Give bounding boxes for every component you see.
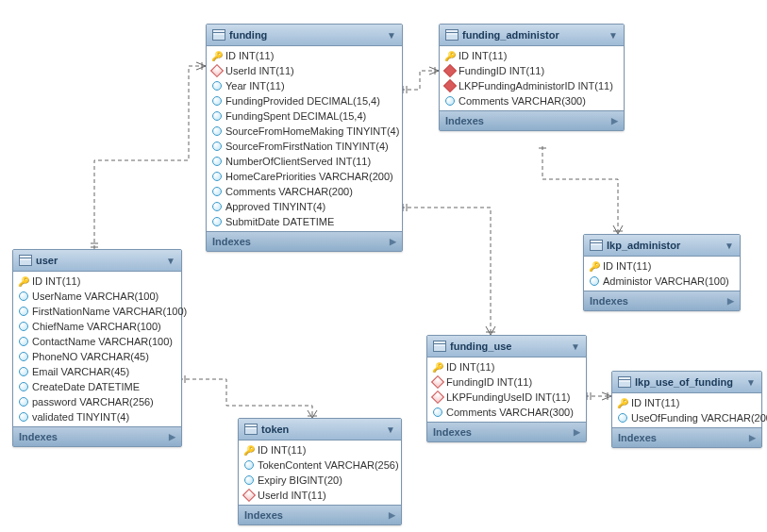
collapse-icon[interactable]: ▼ <box>166 256 175 266</box>
expand-icon: ▶ <box>169 432 175 441</box>
column-row[interactable]: 🔑ID INT(11) <box>612 395 761 410</box>
column-row[interactable]: Approved TINYINT(4) <box>207 199 402 214</box>
pk-icon: 🔑 <box>244 445 254 455</box>
table-title: lkp_use_of_funding <box>635 376 733 388</box>
column-row[interactable]: Email VARCHAR(45) <box>13 364 181 379</box>
column-row[interactable]: 🔑ID INT(11) <box>427 359 586 374</box>
expand-icon: ▶ <box>749 433 756 442</box>
column-text: ID INT(11) <box>459 50 507 61</box>
table-title: token <box>261 424 289 435</box>
table-lkp-administor[interactable]: lkp_administor ▼ 🔑ID INT(11) Administor … <box>583 234 741 311</box>
column-text: PhoneNO VARCHAR(45) <box>32 351 149 362</box>
attr-icon <box>212 111 222 121</box>
indexes-footer[interactable]: Indexes ▶ <box>584 291 740 310</box>
table-lkp-use-of-funding[interactable]: lkp_use_of_funding ▼ 🔑ID INT(11) UseOfFu… <box>611 371 762 448</box>
collapse-icon[interactable]: ▼ <box>725 241 734 251</box>
column-row[interactable]: Comments VARCHAR(300) <box>440 93 624 108</box>
table-header[interactable]: funding_administor ▼ <box>440 25 624 46</box>
column-text: HomeCarePriorities VARCHAR(200) <box>225 171 393 182</box>
column-row[interactable]: FirstNationName VARCHAR(100) <box>13 304 181 319</box>
column-row[interactable]: FundingSpent DECIMAL(15,4) <box>207 108 402 124</box>
column-row[interactable]: HomeCarePriorities VARCHAR(200) <box>207 169 402 184</box>
column-row[interactable]: UserId INT(11) <box>207 63 402 78</box>
column-row[interactable]: TokenContent VARCHAR(256) <box>239 457 401 473</box>
table-funding-administor[interactable]: funding_administor ▼ 🔑ID INT(11) Funding… <box>439 24 625 131</box>
table-funding-use[interactable]: funding_use ▼ 🔑ID INT(11) FundingID INT(… <box>426 335 587 442</box>
collapse-icon[interactable]: ▼ <box>386 424 395 435</box>
table-header[interactable]: lkp_use_of_funding ▼ <box>612 372 761 393</box>
column-row[interactable]: UseOfFunding VARCHAR(200) <box>612 410 761 425</box>
column-row[interactable]: CreateDate DATETIME <box>13 379 181 394</box>
column-text: FirstNationName VARCHAR(100) <box>32 306 187 317</box>
column-text: ID INT(11) <box>32 275 80 287</box>
column-row[interactable]: Comments VARCHAR(200) <box>207 184 402 199</box>
column-row[interactable]: Administor VARCHAR(100) <box>584 274 740 289</box>
column-list: 🔑ID INT(11) FundingID INT(11) LKPFunding… <box>427 357 586 422</box>
column-row[interactable]: LKPFundingUseID INT(11) <box>427 390 586 405</box>
column-row[interactable]: LKPFundingAdministorID INT(11) <box>440 78 624 93</box>
column-text: LKPFundingUseID INT(11) <box>446 391 570 403</box>
attr-icon <box>212 202 222 211</box>
table-header[interactable]: funding_use ▼ <box>427 336 586 357</box>
attr-icon <box>19 412 28 422</box>
column-row[interactable]: Comments VARCHAR(300) <box>427 405 586 420</box>
attr-icon <box>212 172 222 181</box>
column-text: FundingID INT(11) <box>459 65 544 76</box>
column-text: validated TINYINT(4) <box>32 411 129 423</box>
attr-icon <box>19 307 28 316</box>
table-title: funding_use <box>450 341 511 352</box>
column-row[interactable]: 🔑ID INT(11) <box>584 258 740 274</box>
table-header[interactable]: lkp_administor ▼ <box>584 235 740 257</box>
table-token[interactable]: token ▼ 🔑ID INT(11) TokenContent VARCHAR… <box>238 418 402 525</box>
indexes-footer[interactable]: Indexes ▶ <box>13 426 181 446</box>
collapse-icon[interactable]: ▼ <box>387 30 396 41</box>
column-row[interactable]: UserId INT(11) <box>239 488 401 503</box>
column-text: ID INT(11) <box>631 397 679 408</box>
column-row[interactable]: Expiry BIGINT(20) <box>239 473 401 488</box>
column-row[interactable]: Year INT(11) <box>207 78 402 93</box>
attr-icon <box>212 96 222 106</box>
indexes-footer[interactable]: Indexes ▶ <box>427 422 586 441</box>
column-text: UserId INT(11) <box>258 490 326 501</box>
column-row[interactable]: SourceFromHomeMaking TINYINT(4) <box>207 124 402 139</box>
column-text: Comments VARCHAR(200) <box>225 186 353 197</box>
table-funding[interactable]: funding ▼ 🔑ID INT(11) UserId INT(11) Yea… <box>206 24 403 252</box>
pk-icon: 🔑 <box>433 362 442 372</box>
table-title: funding <box>229 29 267 41</box>
table-user[interactable]: user ▼ 🔑ID INT(11) UserName VARCHAR(100)… <box>12 249 182 447</box>
column-text: ChiefName VARCHAR(100) <box>32 321 161 332</box>
column-row[interactable]: FundingProvided DECIMAL(15,4) <box>207 93 402 108</box>
column-row[interactable]: NumberOfClientServed INT(11) <box>207 154 402 169</box>
column-row[interactable]: FundingID INT(11) <box>427 374 586 390</box>
attr-icon <box>618 413 627 423</box>
indexes-footer[interactable]: Indexes ▶ <box>239 505 401 524</box>
column-row[interactable]: UserName VARCHAR(100) <box>13 289 181 304</box>
column-row[interactable]: PhoneNO VARCHAR(45) <box>13 349 181 364</box>
column-row[interactable]: validated TINYINT(4) <box>13 409 181 424</box>
attr-icon <box>19 397 28 407</box>
indexes-footer[interactable]: Indexes ▶ <box>207 231 402 251</box>
table-header[interactable]: funding ▼ <box>207 25 402 46</box>
column-text: UseOfFunding VARCHAR(200) <box>631 412 767 424</box>
column-row[interactable]: SourceFromFirstNation TINYINT(4) <box>207 139 402 154</box>
column-text: LKPFundingAdministorID INT(11) <box>459 80 613 91</box>
column-row[interactable]: FundingID INT(11) <box>440 63 624 78</box>
table-header[interactable]: user ▼ <box>13 250 181 272</box>
column-row[interactable]: 🔑ID INT(11) <box>440 48 624 63</box>
column-list: 🔑ID INT(11) FundingID INT(11) LKPFunding… <box>440 46 624 110</box>
column-row[interactable]: 🔑ID INT(11) <box>13 274 181 289</box>
column-row[interactable]: 🔑ID INT(11) <box>207 48 402 63</box>
column-row[interactable]: SubmitDate DATETIME <box>207 214 402 229</box>
column-row[interactable]: ContactName VARCHAR(100) <box>13 334 181 349</box>
column-text: FundingProvided DECIMAL(15,4) <box>225 95 380 107</box>
collapse-icon[interactable]: ▼ <box>571 341 580 352</box>
table-header[interactable]: token ▼ <box>239 419 401 441</box>
attr-icon <box>19 367 28 376</box>
collapse-icon[interactable]: ▼ <box>609 30 618 41</box>
column-row[interactable]: ChiefName VARCHAR(100) <box>13 319 181 334</box>
collapse-icon[interactable]: ▼ <box>746 377 756 388</box>
column-row[interactable]: password VARCHAR(256) <box>13 394 181 409</box>
indexes-footer[interactable]: Indexes ▶ <box>440 110 624 130</box>
column-row[interactable]: 🔑ID INT(11) <box>239 442 401 457</box>
indexes-footer[interactable]: Indexes ▶ <box>612 427 761 447</box>
